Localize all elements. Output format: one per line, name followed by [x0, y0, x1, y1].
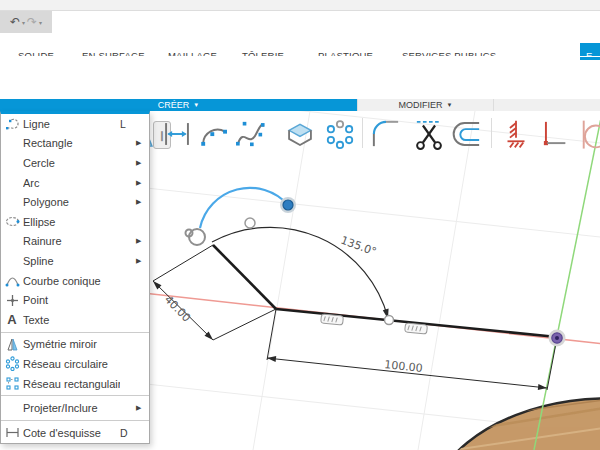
point-icon — [1, 293, 23, 308]
circular-pattern-tool-icon[interactable] — [323, 117, 357, 151]
chevron-down-icon: ▼ — [193, 102, 199, 108]
tangent-constraint-icon[interactable] — [574, 117, 600, 151]
create-dropdown-menu: Ligne L Rectangle ▶ Cercle ▶ Arc ▶ Polyg… — [0, 111, 150, 444]
menu-item-reseau-rectangulaire[interactable]: Réseau rectangulaire — [1, 374, 149, 394]
constraint-badge[interactable] — [321, 314, 344, 325]
offset-tool-icon[interactable] — [450, 117, 484, 151]
menu-divider — [1, 332, 149, 333]
menu-divider — [1, 395, 149, 396]
sketch-dimension-icon — [1, 425, 23, 440]
arc-cursor-icon — [186, 229, 206, 245]
menu-item-reseau-circulaire[interactable]: Réseau circulaire — [1, 354, 149, 374]
dimension-40[interactable]: 40.00 — [153, 245, 276, 340]
toolbar-separator — [362, 118, 363, 148]
dimension-135[interactable]: 135.0° — [212, 227, 389, 319]
constraint-badge[interactable] — [405, 323, 428, 334]
svg-text:135.0°: 135.0° — [339, 234, 378, 259]
submenu-arrow-icon: ▶ — [136, 159, 149, 167]
quick-access-toolbar: ↶ ▾ ↷ ▾ — [0, 11, 52, 33]
arc-endpoint[interactable] — [280, 197, 296, 213]
create-panel-label: CRÉER — [158, 100, 190, 110]
line-icon — [1, 116, 23, 131]
submenu-arrow-icon: ▶ — [136, 179, 149, 187]
grip-point[interactable] — [245, 218, 255, 228]
menu-item-spline[interactable]: Spline ▶ — [1, 251, 149, 271]
panel-label-row: CRÉER ▼ MODIFIER ▼ — [0, 99, 600, 111]
conic-curve-icon — [1, 273, 23, 288]
menu-item-projeter-inclure[interactable]: Projeter/Inclure ▶ — [1, 398, 149, 418]
submenu-arrow-icon: ▶ — [136, 404, 149, 412]
face-tool-icon[interactable] — [283, 117, 317, 151]
menu-item-cote-esquisse[interactable]: Cote d'esquisse D — [1, 423, 149, 443]
menu-item-ellipse[interactable]: Ellipse — [1, 212, 149, 232]
menu-item-ligne[interactable]: Ligne L — [1, 114, 149, 134]
dimension-100[interactable]: 100.00 — [267, 309, 557, 390]
menu-item-cercle[interactable]: Cercle ▶ — [1, 153, 149, 173]
ellipse-icon — [1, 214, 23, 229]
undo-icon[interactable]: ↶ — [10, 16, 20, 28]
redo-caret-icon[interactable]: ▾ — [39, 19, 42, 26]
menu-item-rainure[interactable]: Rainure ▶ — [1, 232, 149, 252]
chevron-down-icon: ▼ — [447, 102, 453, 108]
menu-item-arc[interactable]: Arc ▶ — [1, 173, 149, 193]
menu-item-symetrie-miroir[interactable]: Symétrie miroir — [1, 335, 149, 355]
fix-constraint-icon[interactable] — [499, 117, 533, 151]
sketch-line-diagonal[interactable] — [213, 245, 276, 309]
modify-panel-button[interactable]: MODIFIER ▼ — [357, 99, 494, 111]
preview-arc[interactable] — [200, 188, 288, 228]
trim-tool-icon[interactable] — [412, 117, 446, 151]
rectangular-pattern-icon — [1, 376, 23, 391]
submenu-arrow-icon: ▶ — [136, 257, 149, 265]
ribbon-icon-row — [0, 56, 600, 99]
submenu-arrow-icon: ▶ — [136, 198, 149, 206]
circular-pattern-icon — [1, 356, 23, 371]
title-bar — [0, 0, 600, 11]
menu-item-texte[interactable]: A Texte — [1, 310, 149, 330]
toolbar-separator — [491, 118, 492, 148]
vertical-horizontal-constraint-icon[interactable] — [535, 117, 569, 151]
undo-caret-icon[interactable]: ▾ — [22, 19, 25, 26]
ribbon-tab-bar: SOLIDE EN SURFACE MAILLAGE TÔLERIE PLAST… — [0, 11, 600, 56]
dimension-tool-icon[interactable] — [160, 117, 194, 151]
modify-panel-label: MODIFIER — [399, 100, 443, 110]
panel-highlight — [580, 57, 600, 60]
grip-point[interactable] — [385, 316, 394, 325]
fillet-tool-icon[interactable] — [369, 117, 403, 151]
svg-text:100.00: 100.00 — [384, 358, 424, 375]
menu-item-polygone[interactable]: Polygone ▶ — [1, 192, 149, 212]
menu-item-rectangle[interactable]: Rectangle ▶ — [1, 134, 149, 154]
wood-body[interactable] — [420, 380, 600, 450]
menu-item-point[interactable]: Point — [1, 290, 149, 310]
create-panel-button[interactable]: CRÉER ▼ — [0, 99, 357, 111]
submenu-arrow-icon: ▶ — [136, 237, 149, 245]
submenu-arrow-icon: ▶ — [136, 139, 149, 147]
origin-point[interactable] — [549, 330, 566, 347]
spline-tool-icon[interactable] — [233, 117, 267, 151]
menu-item-courbe-conique[interactable]: Courbe conique — [1, 271, 149, 291]
arc-tool-icon[interactable] — [197, 117, 231, 151]
menu-divider — [1, 420, 149, 421]
redo-icon[interactable]: ↷ — [27, 16, 37, 28]
mirror-icon — [1, 337, 23, 352]
text-icon: A — [1, 312, 23, 327]
